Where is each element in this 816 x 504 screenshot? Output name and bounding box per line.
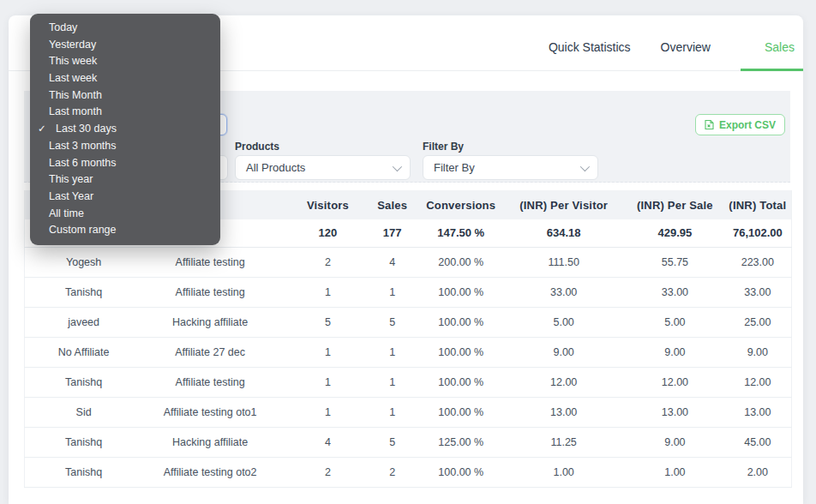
table-cell: 2 <box>364 457 420 487</box>
table-cell: 9.00 <box>501 337 626 367</box>
table-cell: 5 <box>364 427 420 457</box>
table-cell: 1 <box>291 367 364 397</box>
tab-sales[interactable]: Sales <box>741 15 803 71</box>
table-cell: Tanishq <box>25 457 129 487</box>
table-cell: 100.00 % <box>420 277 501 307</box>
table-cell: 12.00 <box>724 367 792 397</box>
table-cell: 1 <box>291 277 364 307</box>
menu-item[interactable]: Last 3 months <box>30 138 220 155</box>
table-cell: 120 <box>291 219 364 247</box>
table-row: YogeshAffiliate testing24200.00 %111.505… <box>25 247 792 277</box>
table-cell: 125.00 % <box>420 427 501 457</box>
table-cell: 5 <box>364 307 420 337</box>
date-range-dropdown-menu: TodayYesterdayThis weekLast weekThis Mon… <box>30 14 220 245</box>
products-select[interactable]: All Products <box>235 155 411 180</box>
column-header: (INR) Per Visitor <box>501 190 626 219</box>
table-cell: 12.00 <box>501 367 626 397</box>
chevron-down-icon <box>393 161 402 171</box>
table-cell: Tanishq <box>25 427 129 457</box>
table-cell: 4 <box>291 427 364 457</box>
table-cell: Affiliate testing <box>129 277 291 307</box>
table-cell: 147.50 % <box>420 219 501 247</box>
date-range-menu-list: TodayYesterdayThis weekLast weekThis Mon… <box>30 20 220 239</box>
menu-item[interactable]: Last 6 months <box>30 155 220 172</box>
table-cell: Affiliate testing <box>129 247 291 277</box>
table-cell: Sid <box>25 397 129 427</box>
table-row: javeedHacking affiliate55100.00 %5.005.0… <box>25 307 792 337</box>
table-cell: No Affiliate <box>25 337 129 367</box>
menu-item[interactable]: ✓Last 30 days <box>30 121 220 138</box>
table-cell: 13.00 <box>501 397 626 427</box>
products-select-value: All Products <box>246 161 305 174</box>
export-csv-button[interactable]: Export CSV <box>695 114 785 135</box>
menu-item[interactable]: This year <box>30 171 220 189</box>
menu-item[interactable]: This week <box>30 53 220 70</box>
table-row: TanishqAffiliate testing oto222100.00 %1… <box>25 457 792 487</box>
table-cell: Affiliate testing <box>129 367 291 397</box>
table-row: TanishqAffiliate testing11100.00 %33.003… <box>25 277 792 307</box>
chevron-down-icon <box>580 161 590 171</box>
menu-item[interactable]: Last month <box>30 104 220 121</box>
products-label: Products <box>235 141 279 153</box>
menu-item[interactable]: Last Year <box>30 189 220 206</box>
table-cell: 1 <box>364 337 420 367</box>
table-cell: 1 <box>291 337 364 367</box>
table-cell: 429.95 <box>626 219 724 247</box>
csv-file-icon <box>705 119 714 130</box>
menu-item[interactable]: All time <box>30 206 220 223</box>
table-cell: Yogesh <box>25 247 129 277</box>
table-row: SidAffiliate testing oto111100.00 %13.00… <box>25 397 792 427</box>
table-cell: 4 <box>364 247 420 277</box>
table-cell: 9.00 <box>626 337 724 367</box>
table-cell: Hacking affiliate <box>129 427 291 457</box>
table-cell: 200.00 % <box>420 247 501 277</box>
table-cell: 5 <box>291 307 364 337</box>
tab-overview[interactable]: Overview <box>661 15 711 71</box>
menu-item[interactable]: Custom range <box>30 222 220 239</box>
tab-bar: Quick Statistics Overview Sales <box>549 15 803 71</box>
table-cell: 223.00 <box>724 247 792 277</box>
table-cell: 9.00 <box>626 427 724 457</box>
table-cell: 2 <box>291 457 364 487</box>
table-cell: javeed <box>25 307 129 337</box>
table-cell: 1.00 <box>501 457 626 487</box>
table-cell: 12.00 <box>626 367 724 397</box>
table-cell: 2.00 <box>724 457 792 487</box>
table-cell: Tanishq <box>25 367 129 397</box>
export-csv-label: Export CSV <box>719 119 776 131</box>
column-header: (INR) Per Sale <box>626 190 724 219</box>
table-cell: 1 <box>364 277 420 307</box>
menu-item[interactable]: Today <box>30 20 220 37</box>
table-cell: 13.00 <box>626 397 724 427</box>
column-header: Sales <box>364 190 420 219</box>
table-cell: 634.18 <box>501 219 626 247</box>
table-cell: Affiliate testing oto2 <box>129 457 291 487</box>
table-cell: 25.00 <box>724 307 792 337</box>
table-row: No AffiliateAffiliate 27 dec11100.00 %9.… <box>25 337 792 367</box>
tab-quick-statistics[interactable]: Quick Statistics <box>549 15 631 71</box>
table-cell: 100.00 % <box>420 307 501 337</box>
table-cell: 9.00 <box>724 337 792 367</box>
table-cell: 11.25 <box>501 427 626 457</box>
table-cell: Tanishq <box>25 277 129 307</box>
menu-item[interactable]: Yesterday <box>30 37 220 54</box>
menu-item[interactable]: Last week <box>30 70 220 87</box>
table-cell: 55.75 <box>626 247 724 277</box>
filter-by-select[interactable]: Filter By <box>423 155 598 180</box>
column-header: Conversions <box>420 190 501 219</box>
table-cell: 33.00 <box>626 277 724 307</box>
table-row: TanishqHacking affiliate45125.00 %11.259… <box>25 427 792 457</box>
table-cell: 13.00 <box>724 397 792 427</box>
table-cell: 45.00 <box>724 427 792 457</box>
table-cell: 76,102.00 <box>724 219 792 247</box>
table-cell: 1.00 <box>626 457 724 487</box>
menu-item[interactable]: This Month <box>30 87 220 105</box>
filter-by-label: Filter By <box>423 141 464 153</box>
table-cell: 177 <box>364 219 420 247</box>
column-header: (INR) Total <box>724 190 792 219</box>
filter-by-select-value: Filter By <box>434 161 475 174</box>
table-cell: 100.00 % <box>420 397 501 427</box>
table-cell: 1 <box>364 397 420 427</box>
table-cell: 5.00 <box>501 307 626 337</box>
column-header: Visitors <box>291 190 364 219</box>
